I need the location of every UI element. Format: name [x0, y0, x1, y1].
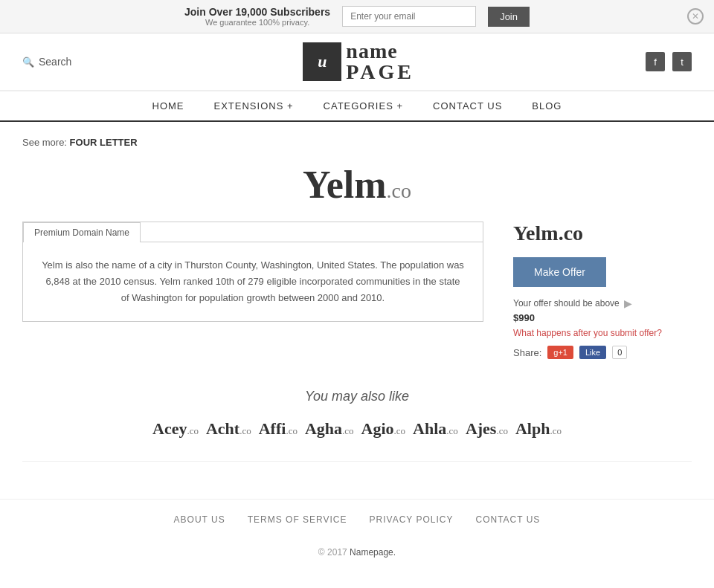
copyright-year: © 2017 [318, 547, 347, 558]
left-panel: Premium Domain Name Yelm is also the nam… [22, 222, 483, 322]
footer-terms[interactable]: TERMS OF SERVICE [248, 514, 347, 525]
premium-tab: Premium Domain Name [23, 222, 141, 242]
share-label: Share: [513, 347, 541, 358]
nav-blog[interactable]: BLOG [532, 100, 562, 112]
twitter-icon[interactable]: t [672, 52, 692, 71]
logo-box: u [303, 42, 341, 81]
logo-text: name PAGE [346, 41, 414, 83]
related-domains: Acey.co Acht.co Affi.co Agha.co Agio.co … [22, 419, 692, 439]
footer-about[interactable]: ABOUT US [174, 514, 225, 525]
footer-privacy[interactable]: PRIVACY POLICY [370, 514, 454, 525]
nav-contact[interactable]: CONTACT US [433, 100, 502, 112]
top-banner: Join Over 19,000 Subscribers We guarante… [0, 0, 714, 33]
also-like-title: You may also like [22, 389, 692, 404]
nav-categories[interactable]: CATEGORIES + [324, 100, 403, 112]
search-area[interactable]: 🔍 Search [22, 56, 71, 68]
logo-name: name [346, 41, 414, 62]
domain-title: Yelm.co [513, 222, 692, 245]
breadcrumb: See more: FOUR LETTER [22, 137, 692, 148]
related-domain-ajes[interactable]: Ajes.co [466, 419, 508, 439]
domain-logo-area: Yelm.co [22, 163, 692, 207]
content-row: Premium Domain Name Yelm is also the nam… [22, 222, 692, 359]
nav-extensions[interactable]: EXTENSIONS + [214, 100, 294, 112]
related-domain-acey[interactable]: Acey.co [152, 419, 199, 439]
footer-nav: ABOUT US TERMS OF SERVICE PRIVACY POLICY… [0, 499, 714, 540]
domain-description: Yelm is also the name of a city in Thurs… [23, 242, 483, 321]
make-offer-button[interactable]: Make Offer [513, 257, 606, 287]
fb-like-label: Like [585, 348, 600, 357]
social-icons: f t [646, 52, 692, 71]
right-panel: Yelm.co Make Offer Your offer should be … [513, 222, 692, 359]
fb-count: 0 [612, 346, 627, 359]
related-domain-ahla[interactable]: Ahla.co [413, 419, 458, 439]
domain-name-text: Yelm [303, 164, 387, 206]
domain-logo-name: Yelm.co [303, 164, 411, 206]
offer-note-text: Your offer should be above [513, 298, 620, 308]
gplus-button[interactable]: g+1 [547, 346, 573, 359]
premium-box: Premium Domain Name Yelm is also the nam… [22, 222, 483, 322]
offer-price: $990 [513, 312, 692, 323]
related-domain-affi[interactable]: Affi.co [259, 419, 298, 439]
main-nav: HOME EXTENSIONS + CATEGORIES + CONTACT U… [0, 91, 714, 122]
footer-contact[interactable]: CONTACT US [475, 514, 540, 525]
divider [22, 461, 692, 462]
close-banner-button[interactable]: ✕ [687, 8, 704, 25]
banner-subtitle: We guarantee 100% privacy. [184, 18, 330, 27]
email-input[interactable] [342, 6, 476, 27]
offer-note: Your offer should be above ▶ [513, 297, 692, 309]
related-domain-alph[interactable]: Alph.co [515, 419, 562, 439]
search-icon: 🔍 [22, 56, 34, 68]
main-content: See more: FOUR LETTER Yelm.co Premium Do… [0, 122, 714, 499]
banner-title: Join Over 19,000 Subscribers [184, 6, 330, 18]
join-button[interactable]: Join [488, 7, 530, 27]
search-label: Search [39, 56, 71, 68]
footer-brand[interactable]: Namepage. [350, 547, 396, 558]
domain-logo-tld: .co [387, 179, 411, 202]
facebook-icon[interactable]: f [646, 52, 665, 71]
share-row: Share: g+1 Like 0 [513, 346, 692, 359]
nav-home[interactable]: HOME [152, 100, 184, 112]
see-more-label: See more: [22, 137, 67, 148]
what-happens-link[interactable]: What happens after you submit offer? [513, 328, 692, 338]
offer-arrow-icon: ▶ [624, 297, 632, 309]
banner-text: Join Over 19,000 Subscribers We guarante… [184, 6, 330, 27]
fb-like-button[interactable]: Like [579, 346, 606, 359]
category-link[interactable]: FOUR LETTER [70, 137, 138, 148]
related-domain-acht[interactable]: Acht.co [206, 419, 251, 439]
header: 🔍 Search u name PAGE f t [0, 33, 714, 91]
related-domain-agha[interactable]: Agha.co [305, 419, 354, 439]
also-like-section: You may also like Acey.co Acht.co Affi.c… [22, 389, 692, 439]
related-domain-agio[interactable]: Agio.co [361, 419, 406, 439]
logo-page: PAGE [346, 62, 414, 83]
logo-icon: u [318, 52, 327, 71]
logo-area: u name PAGE [303, 41, 414, 83]
footer-copyright: © 2017 Namepage. [0, 540, 714, 572]
